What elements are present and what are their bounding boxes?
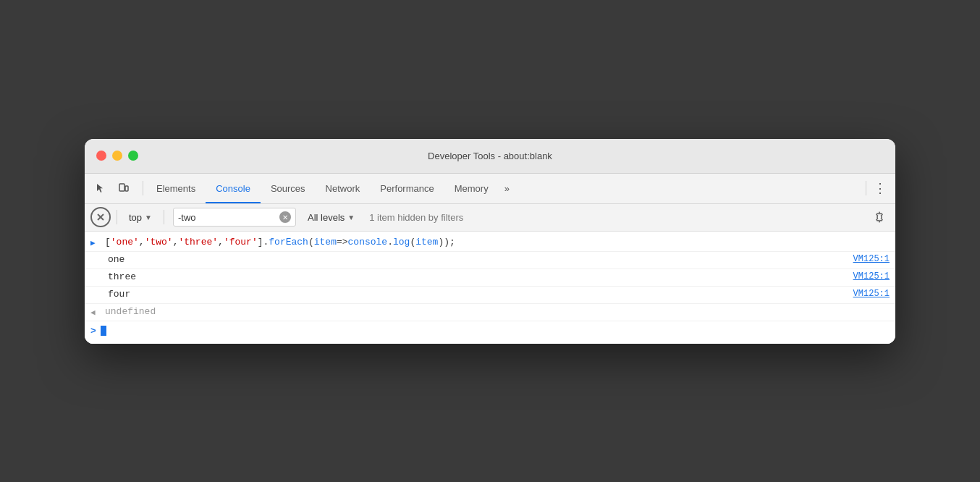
- cursor-icon: [95, 182, 106, 194]
- console-toolbar: top ▼ ✕ All levels ▼ 1 item hidden by fi…: [85, 204, 895, 232]
- tab-performance[interactable]: Performance: [370, 173, 444, 203]
- source-link-four[interactable]: VM125:1: [853, 289, 890, 299]
- tab-sources[interactable]: Sources: [261, 173, 316, 203]
- device-toolbar-button[interactable]: [114, 178, 134, 198]
- chevron-down-icon: ▼: [145, 213, 152, 221]
- return-value: undefined: [105, 306, 890, 317]
- close-button[interactable]: [96, 151, 106, 161]
- code-paren-open: (: [308, 237, 314, 248]
- code-close-parens: ));: [438, 237, 455, 248]
- more-options-button[interactable]: ⋮: [871, 180, 890, 196]
- source-link-one[interactable]: VM125:1: [853, 254, 890, 264]
- output-three: three: [108, 271, 853, 282]
- console-settings-button[interactable]: [869, 207, 890, 227]
- tab-network[interactable]: Network: [316, 173, 371, 203]
- input-cursor: [101, 326, 106, 336]
- levels-label: All levels: [308, 212, 345, 223]
- code-log: log: [393, 237, 410, 248]
- code-param: item: [314, 237, 337, 248]
- code-log-paren: (: [410, 237, 415, 248]
- expand-arrow-icon[interactable]: ▶: [90, 238, 102, 248]
- device-icon: [118, 182, 130, 194]
- filter-clear-button[interactable]: ✕: [279, 211, 291, 223]
- code-comma-3: ,: [218, 237, 224, 248]
- tab-memory[interactable]: Memory: [444, 173, 499, 203]
- minimize-button[interactable]: [112, 151, 122, 161]
- inspect-element-button[interactable]: [90, 178, 111, 198]
- code-foreach: forEach: [269, 237, 308, 248]
- levels-chevron-icon: ▼: [347, 213, 355, 221]
- table-row: three VM125:1: [85, 269, 895, 287]
- clear-icon: [96, 212, 106, 222]
- fullscreen-button[interactable]: [128, 151, 138, 161]
- code-comma-2: ,: [173, 237, 179, 248]
- code-dot: .: [387, 237, 393, 248]
- vertical-separator: [866, 181, 866, 195]
- code-bracket-close: ].: [258, 237, 269, 248]
- more-tabs-button[interactable]: »: [499, 173, 515, 203]
- gear-icon: [874, 211, 885, 223]
- tabs-end: ⋮: [861, 180, 890, 196]
- devtools-window: Developer Tools - about:blank: [85, 139, 895, 344]
- toolbar-separator-1: [117, 210, 117, 224]
- console-input-row: ▶ ['one','two','three','four'].forEach(i…: [85, 234, 895, 252]
- devtools-body: Elements Console Sources Network Perform…: [85, 174, 895, 344]
- code-str-two: 'two': [145, 237, 173, 248]
- window-title: Developer Tools - about:blank: [428, 151, 552, 161]
- svg-rect-1: [125, 186, 128, 191]
- code-str-one: 'one': [111, 237, 139, 248]
- table-row: one VM125:1: [85, 252, 895, 269]
- output-one: one: [108, 254, 853, 265]
- source-link-three[interactable]: VM125:1: [853, 271, 890, 282]
- titlebar: Developer Tools - about:blank: [85, 139, 895, 174]
- tabs-separator: [143, 181, 143, 195]
- console-output: ▶ ['one','two','three','four'].forEach(i…: [85, 232, 895, 344]
- toolbar-separator-2: [164, 210, 164, 224]
- code-item: item: [415, 237, 438, 248]
- hidden-items-message: 1 item hidden by filters: [369, 212, 463, 223]
- filter-input-wrap: ✕: [173, 208, 296, 227]
- tab-elements[interactable]: Elements: [146, 173, 206, 203]
- context-selector[interactable]: top ▼: [123, 207, 158, 227]
- code-bracket-open: [: [105, 237, 111, 248]
- traffic-lights: [96, 151, 138, 161]
- toolbar-icons: [90, 178, 134, 198]
- code-expression: ['one','two','three','four'].forEach(ite…: [105, 237, 890, 248]
- return-arrow-icon: ◀: [90, 308, 102, 317]
- output-four: four: [108, 289, 853, 300]
- tabs-bar: Elements Console Sources Network Perform…: [85, 174, 895, 204]
- code-str-four: 'four': [224, 237, 258, 248]
- console-prompt-row[interactable]: >: [85, 321, 895, 341]
- table-row: four VM125:1: [85, 287, 895, 304]
- svg-rect-0: [119, 184, 124, 191]
- code-console: console: [348, 237, 388, 248]
- context-label: top: [129, 212, 142, 223]
- code-comma-1: ,: [139, 237, 145, 248]
- code-str-three: 'three': [178, 237, 218, 248]
- log-levels-button[interactable]: All levels ▼: [302, 208, 360, 227]
- clear-console-button[interactable]: [90, 207, 111, 227]
- filter-input[interactable]: [178, 212, 279, 223]
- return-value-row: ◀ undefined: [85, 304, 895, 321]
- prompt-caret-icon: >: [90, 326, 96, 337]
- tab-console[interactable]: Console: [206, 173, 261, 203]
- code-arrow: =>: [337, 237, 348, 248]
